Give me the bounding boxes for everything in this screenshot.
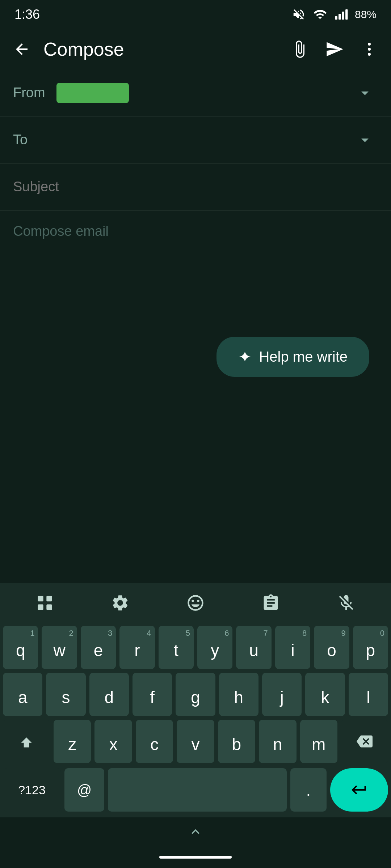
at-key[interactable]: @ [64, 768, 104, 812]
subject-row[interactable] [0, 163, 391, 210]
space-key[interactable] [108, 768, 287, 812]
period-label: . [306, 780, 311, 800]
key-k[interactable]: k [305, 673, 345, 716]
status-icons: 88% [292, 8, 377, 21]
key-c[interactable]: c [136, 720, 173, 763]
key-l[interactable]: l [349, 673, 388, 716]
svg-point-4 [368, 43, 371, 46]
key-i[interactable]: 8 i [275, 626, 310, 669]
period-key[interactable]: . [290, 768, 327, 812]
key-j[interactable]: j [262, 673, 302, 716]
key-n[interactable]: n [259, 720, 296, 763]
svg-rect-3 [345, 9, 348, 20]
key-g[interactable]: g [176, 673, 215, 716]
keyboard-hide-area [0, 817, 391, 846]
help-me-write-button[interactable]: ✦ Help me write [216, 337, 369, 377]
svg-rect-10 [46, 604, 52, 610]
signal-icon [335, 8, 348, 21]
key-o[interactable]: 9 o [314, 626, 349, 669]
keyboard-bottom-row: ?123 @ . [0, 767, 391, 817]
keyboard-rows: 1 q 2 w 3 e 4 r 5 t 6 y [0, 623, 391, 763]
from-expand-button[interactable] [352, 80, 378, 106]
at-label: @ [77, 782, 92, 798]
svg-rect-8 [46, 596, 52, 601]
from-account-pill[interactable] [56, 83, 129, 103]
subject-input[interactable] [13, 179, 378, 195]
key-b[interactable]: b [218, 720, 255, 763]
send-button[interactable] [321, 36, 348, 62]
compose-placeholder: Compose email [13, 224, 109, 239]
svg-point-6 [368, 53, 371, 56]
svg-rect-1 [339, 14, 341, 20]
wifi-icon [312, 8, 328, 21]
key-y[interactable]: 6 y [197, 626, 232, 669]
keyboard-mic-off-button[interactable] [328, 588, 364, 617]
key-t[interactable]: 5 t [159, 626, 194, 669]
keyboard-emoji-button[interactable] [177, 588, 214, 617]
key-m[interactable]: m [300, 720, 337, 763]
keyboard: 1 q 2 w 3 e 4 r 5 t 6 y [0, 583, 391, 868]
status-time: 1:36 [14, 7, 40, 22]
from-value [56, 83, 352, 103]
key-v[interactable]: v [177, 720, 214, 763]
status-bar: 1:36 88% [0, 0, 391, 29]
compose-form: From To [0, 69, 391, 210]
svg-rect-9 [38, 604, 43, 610]
shift-key[interactable] [3, 720, 50, 763]
key-z[interactable]: z [54, 720, 91, 763]
help-write-icon: ✦ [238, 348, 252, 366]
key-row-3: z x c v b n m [3, 720, 388, 763]
help-write-label: Help me write [259, 349, 348, 365]
from-row: From [0, 69, 391, 116]
attach-button[interactable] [287, 36, 313, 62]
compose-area-wrapper: Compose email ✦ Help me write [0, 210, 391, 391]
key-a[interactable]: a [3, 673, 42, 716]
home-bar [159, 856, 232, 859]
key-s[interactable]: s [46, 673, 85, 716]
key-row-2: a s d f g h j k l [3, 673, 388, 716]
more-options-button[interactable] [356, 36, 382, 62]
num-switch-key[interactable]: ?123 [3, 768, 61, 812]
keyboard-emoji-grid-button[interactable] [27, 588, 63, 617]
mute-icon [292, 8, 306, 21]
svg-rect-2 [342, 12, 344, 20]
to-expand-button[interactable] [352, 127, 378, 153]
key-e[interactable]: 3 e [81, 626, 116, 669]
keyboard-hide-icon[interactable] [185, 824, 206, 840]
key-row-1: 1 q 2 w 3 e 4 r 5 t 6 y [3, 626, 388, 669]
key-r[interactable]: 4 r [119, 626, 155, 669]
backspace-key[interactable] [341, 720, 388, 763]
svg-rect-0 [335, 16, 337, 20]
back-button[interactable] [9, 36, 35, 62]
key-p[interactable]: 0 p [353, 626, 388, 669]
key-f[interactable]: f [133, 673, 172, 716]
keyboard-toolbar [0, 583, 391, 623]
to-row[interactable]: To [0, 116, 391, 163]
toolbar: Compose [0, 29, 391, 69]
key-u[interactable]: 7 u [236, 626, 271, 669]
battery-text: 88% [355, 8, 377, 21]
key-q[interactable]: 1 q [3, 626, 38, 669]
page-title: Compose [43, 38, 278, 60]
to-label: To [13, 132, 56, 148]
keyboard-clipboard-button[interactable] [253, 588, 289, 617]
key-x[interactable]: x [94, 720, 132, 763]
key-w[interactable]: 2 w [42, 626, 77, 669]
keyboard-settings-button[interactable] [102, 588, 138, 617]
enter-key[interactable] [330, 768, 388, 812]
key-h[interactable]: h [219, 673, 258, 716]
from-label: From [13, 85, 56, 101]
svg-rect-7 [38, 596, 43, 601]
num-switch-label: ?123 [18, 783, 46, 797]
key-d[interactable]: d [89, 673, 129, 716]
svg-point-5 [368, 48, 371, 51]
